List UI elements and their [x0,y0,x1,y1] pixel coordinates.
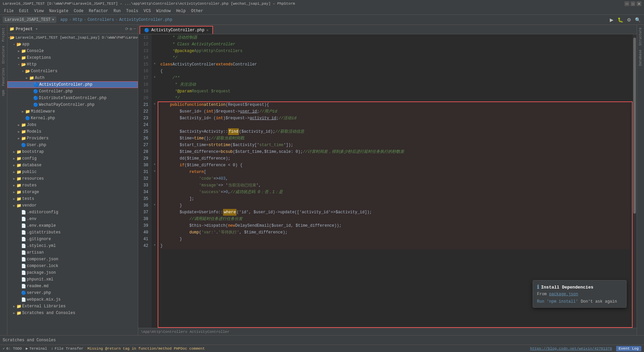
maximize-button[interactable]: □ [631,1,635,6]
menu-view[interactable]: View [32,8,47,14]
tree-item-config[interactable]: ▶ 📁 config [7,155,138,162]
sidebar-project-tab[interactable]: Project [1,26,6,43]
controller-file-icon: 🔵 [33,89,38,94]
tree-item-resources[interactable]: ▶ 📁 resources [7,175,138,182]
menu-navigate[interactable]: Navigate [46,8,71,14]
toolbar-settings-btn[interactable]: ⚙ [625,16,633,24]
tree-item-packagejson[interactable]: 📄 package.json [7,269,138,276]
blog-url[interactable]: https://blog.csdn.net/weixin/42701376 [530,347,612,351]
sidebar-structure-tab[interactable]: Structure [1,44,6,65]
tree-item-app[interactable]: ▾ 📂 app [7,41,138,48]
sidebar-npm-tab[interactable]: npm [1,89,6,97]
menu-refactor[interactable]: Refactor [86,8,111,14]
tree-item-routes[interactable]: ▶ 📁 routes [7,182,138,189]
minimize-button[interactable]: ─ [625,1,629,6]
tree-item-artisan[interactable]: 📄 artisan [7,249,138,256]
right-tab-structure[interactable]: Structure [638,26,643,47]
tree-item-kernel[interactable]: 🔵 Kernel.php [7,115,138,122]
menu-tools[interactable]: Tools [123,8,141,14]
panel-sync-icon[interactable]: ⟳ [125,27,128,32]
tree-item-tests[interactable]: ▶ 📁 tests [7,195,138,202]
todo-status[interactable]: ✓ 6: TODO [3,346,22,351]
scroll-thumb[interactable] [633,38,636,214]
tree-item-database[interactable]: ▶ 📁 database [7,162,138,169]
breadcrumb-http[interactable]: Http [73,17,83,22]
event-log-button[interactable]: Event Log [616,346,641,351]
menu-run[interactable]: Run [111,8,123,14]
toolbar-run-btn[interactable]: ▶ [608,16,615,24]
editorconfig-icon: 📄 [21,210,26,215]
menu-window[interactable]: Window [154,8,173,14]
project-dropdown-icon[interactable]: ▾ [52,17,54,22]
tree-item-activitycontroller[interactable]: 🔵 ActivityController.php [7,81,138,88]
tree-item-external[interactable]: ▶ 📁 External Libraries [7,303,138,310]
file-transfer-status[interactable]: ↕ File Transfer [51,347,83,351]
tab-close-button[interactable]: ✕ [206,28,208,32]
tree-item-http[interactable]: ▾ 📂 Http [7,61,138,68]
tree-item-readmemd[interactable]: 📄 readme.md [7,283,138,290]
scratches-label[interactable]: Scratches and Consoles [3,338,56,343]
tree-item-wechatpay[interactable]: 🔵 WechatPayController.php [7,101,138,108]
sidebar-favorites-tab[interactable]: Favorites [1,67,6,87]
title-bar-controls[interactable]: ─ □ ✕ [625,1,641,6]
tree-item-providers[interactable]: ▶ 📁 Providers [7,135,138,142]
tree-item-gitattributes[interactable]: 📄 .gitattributes [7,229,138,236]
tree-item-serverphp[interactable]: 🔵 server.php [7,290,138,296]
notification-install-button[interactable]: Run 'npm install' [537,299,578,304]
fold-comment-arrow[interactable]: ▾ [152,75,158,81]
tree-item-bootstrap[interactable]: ▶ 📁 bootstrap [7,148,138,155]
fold-class-arrow[interactable]: ▾ [152,61,158,68]
fold-end-arrow[interactable]: ▾ [152,243,158,249]
menu-code[interactable]: Code [71,8,86,14]
tree-item-models[interactable]: ▶ 📁 Models [7,128,138,135]
project-label[interactable]: Laravel6_JSAPI_TEST ▾ [3,16,56,23]
tree-item-distributetask[interactable]: 🔵 DistributeTaskController.php [7,95,138,101]
menu-edit[interactable]: Edit [16,8,32,14]
tree-item-auth[interactable]: ▶ 📁 Auth [7,75,138,81]
menu-vcs[interactable]: VCS [141,8,154,14]
tree-item-vendor[interactable]: ▶ 📁 vendor [7,202,138,209]
toolbar-search-btn[interactable]: 🔍 [634,16,641,24]
toolbar-debug-btn[interactable]: 🐛 [616,16,624,24]
breadcrumb-app[interactable]: app [60,17,68,22]
tab-activitycontroller[interactable]: 🔵 ActivityController.php ✕ [140,26,213,34]
tree-item-exceptions[interactable]: ▶ 📁 Exceptions [7,54,138,61]
tree-item-controllers[interactable]: ▾ 📂 Controllers [7,68,138,75]
breadcrumb-controllers[interactable]: Controllers [88,17,114,22]
menu-other[interactable]: Other [189,8,206,14]
terminal-status[interactable]: ▶ Terminal [26,346,47,351]
tree-item-middleware[interactable]: ▶ 📁 Middleware [7,108,138,115]
breadcrumb-file[interactable]: ActivityController.php [119,17,172,22]
tree-root[interactable]: ▾ 📂 Laravel6_JSAPI_TEST [wechat_jsapi_pa… [7,34,138,41]
tree-item-userphp[interactable]: 🔵 User.php [7,142,138,148]
tree-item-composerlock[interactable]: 📄 composer.lock [7,263,138,269]
fold-block-arrow[interactable]: ▾ [152,202,158,209]
menu-file[interactable]: File [1,8,16,14]
tree-item-jobs[interactable]: ▶ 📁 Jobs [7,122,138,128]
tree-item-console[interactable]: ▶ 📁 Console [7,48,138,54]
panel-settings-icon[interactable]: ⚙ [130,27,132,32]
tree-item-editorconfig[interactable]: 📄 .editorconfig [7,209,138,216]
tree-item-scratches[interactable]: ▶ 📁 Scratches and Consoles [7,310,138,316]
fold-return-arrow[interactable]: ▾ [152,169,158,175]
tree-item-storage[interactable]: ▶ 📁 storage [7,189,138,195]
right-tab-database[interactable]: Database [638,48,643,67]
tree-item-gitignore[interactable]: 📄 .gitignore [7,236,138,243]
tree-item-public[interactable]: ▶ 📁 public [7,169,138,175]
tree-item-phpunit[interactable]: 📄 phpunit.xml [7,276,138,283]
fold-func-arrow[interactable]: ▾ [152,101,158,108]
notification-package-link[interactable]: package.json [549,292,578,297]
tree-item-envexample[interactable]: 📄 .env.example [7,222,138,229]
panel-collapse-icon[interactable]: — [133,27,136,32]
fold-if-arrow[interactable]: ▾ [152,162,158,169]
tree-item-controller[interactable]: 🔵 Controller.php [7,88,138,95]
tree-item-env[interactable]: 📄 .env [7,216,138,222]
tree-item-webpackmix[interactable]: 📄 webpack.mix.js [7,296,138,303]
file-transfer-icon: ↕ [51,347,53,351]
notification-dismiss-button[interactable]: Don't ask again [581,299,617,304]
tree-item-composerjson[interactable]: 📄 composer.json [7,256,138,263]
menu-help[interactable]: Help [173,8,189,14]
tree-item-styleci[interactable]: 📄 .styleci.yml [7,243,138,249]
close-button[interactable]: ✕ [637,1,641,6]
tree-item-gitattributes-label: .gitattributes [27,230,61,235]
